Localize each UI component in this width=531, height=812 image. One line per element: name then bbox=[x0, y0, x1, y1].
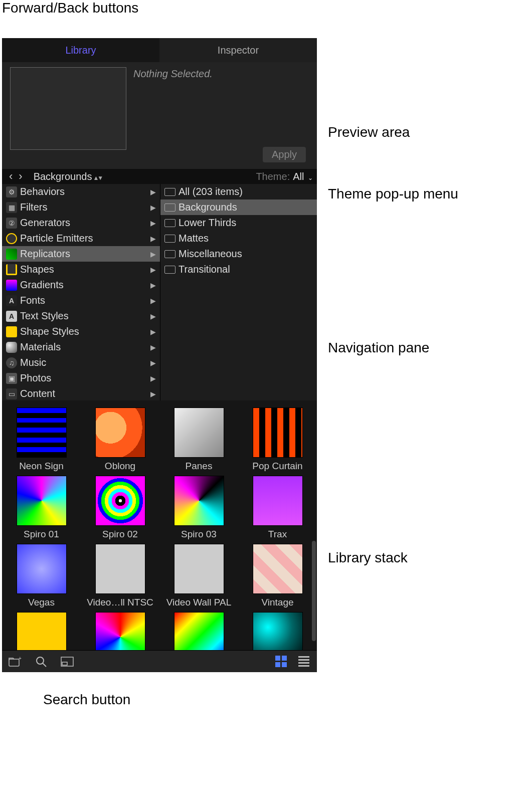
stack-thumbnail bbox=[174, 476, 224, 526]
tab-library[interactable]: Library bbox=[2, 38, 159, 62]
category-icon bbox=[6, 342, 17, 353]
category-item-behaviors[interactable]: Behaviors ▶ bbox=[2, 184, 160, 199]
category-item-fonts[interactable]: Fonts ▶ bbox=[2, 293, 160, 308]
stack-thumbnail bbox=[253, 612, 303, 650]
stack-item[interactable] bbox=[159, 608, 238, 650]
category-label: Shape Styles bbox=[20, 326, 79, 337]
category-icon bbox=[6, 218, 17, 229]
subcategory-label: Mattes bbox=[179, 233, 209, 244]
subcategory-item-all-203-items-[interactable]: All (203 items) bbox=[160, 184, 317, 199]
stack-item[interactable] bbox=[238, 608, 317, 650]
category-item-shape-styles[interactable]: Shape Styles ▶ bbox=[2, 324, 160, 339]
stack-label: Video…ll NTSC bbox=[87, 597, 153, 608]
stack-item-spiro-02[interactable]: Spiro 02 bbox=[81, 472, 159, 540]
subcategory-item-transitional[interactable]: Transitional bbox=[160, 262, 317, 277]
category-icon bbox=[6, 311, 17, 322]
category-item-particle-emitters[interactable]: Particle Emitters ▶ bbox=[2, 231, 160, 246]
category-item-generators[interactable]: Generators ▶ bbox=[2, 215, 160, 231]
chevron-right-icon: ▶ bbox=[150, 266, 156, 274]
annotation-preview-area: Preview area bbox=[328, 124, 410, 140]
stack-item-panes[interactable]: Panes bbox=[159, 403, 238, 472]
stack-item-vintage[interactable]: Vintage bbox=[238, 540, 317, 608]
theme-popup-menu[interactable]: All ⌄ bbox=[293, 171, 313, 182]
stack-thumbnail bbox=[174, 612, 224, 650]
stack-item-pop-curtain[interactable]: Pop Curtain bbox=[238, 403, 317, 472]
category-item-replicators[interactable]: Replicators ▶ bbox=[2, 246, 160, 262]
svg-rect-0 bbox=[9, 659, 19, 666]
scrollbar-thumb[interactable] bbox=[312, 541, 316, 641]
category-icon bbox=[6, 388, 17, 399]
category-item-gradients[interactable]: Gradients ▶ bbox=[2, 277, 160, 293]
preview-status-text: Nothing Selected. bbox=[133, 68, 213, 80]
stack-item-video-ll-ntsc[interactable]: Video…ll NTSC bbox=[81, 540, 159, 608]
subcategory-item-backgrounds[interactable]: Backgrounds bbox=[160, 199, 317, 215]
category-label: Materials bbox=[20, 341, 61, 353]
stack-item-spiro-01[interactable]: Spiro 01 bbox=[2, 472, 81, 540]
category-label: Photos bbox=[20, 372, 51, 384]
stack-label: Spiro 03 bbox=[181, 529, 217, 540]
svg-point-2 bbox=[37, 657, 44, 664]
stack-item-spiro-03[interactable]: Spiro 03 bbox=[159, 472, 238, 540]
subcategory-item-miscellaneous[interactable]: Miscellaneous bbox=[160, 246, 317, 262]
preview-thumbnail bbox=[10, 67, 126, 150]
chevron-right-icon: ▶ bbox=[150, 281, 156, 289]
category-label: Filters bbox=[20, 201, 47, 213]
subcategory-label: Transitional bbox=[179, 264, 230, 275]
chevron-right-icon: ▶ bbox=[150, 343, 156, 351]
stack-item-vegas[interactable]: Vegas bbox=[2, 540, 81, 608]
list-view-button[interactable] bbox=[297, 656, 311, 668]
apply-button[interactable]: Apply bbox=[263, 147, 306, 162]
stack-label: Vintage bbox=[261, 597, 293, 608]
chevron-right-icon: ▶ bbox=[150, 312, 156, 320]
annotation-forward-back: Forward/Back buttons bbox=[2, 0, 138, 16]
stack-label: Spiro 01 bbox=[24, 529, 59, 540]
subcategory-column: All (203 items) Backgrounds Lower Thirds… bbox=[160, 184, 317, 400]
category-icon bbox=[6, 264, 17, 275]
category-item-materials[interactable]: Materials ▶ bbox=[2, 339, 160, 355]
category-icon bbox=[6, 295, 17, 306]
forward-button[interactable]: › bbox=[16, 170, 25, 183]
stack-thumbnail bbox=[95, 544, 145, 594]
subcategory-label: Miscellaneous bbox=[179, 248, 242, 260]
theme-label: Theme: bbox=[256, 171, 290, 182]
chevron-right-icon: ▶ bbox=[150, 297, 156, 305]
category-item-text-styles[interactable]: Text Styles ▶ bbox=[2, 308, 160, 324]
new-folder-button[interactable]: + bbox=[8, 656, 22, 668]
subcategory-item-lower-thirds[interactable]: Lower Thirds bbox=[160, 215, 317, 231]
category-item-music[interactable]: Music ▶ bbox=[2, 355, 160, 370]
panel-tabs: Library Inspector bbox=[2, 38, 317, 62]
subcategory-label: Lower Thirds bbox=[179, 217, 236, 229]
annotation-library-stack: Library stack bbox=[328, 550, 408, 566]
category-icon bbox=[6, 326, 17, 337]
breadcrumb-path[interactable]: Backgrounds▲▼ bbox=[34, 171, 102, 182]
tab-inspector[interactable]: Inspector bbox=[159, 38, 317, 62]
category-icon bbox=[6, 249, 17, 260]
search-button[interactable] bbox=[34, 656, 48, 668]
back-button[interactable]: ‹ bbox=[6, 170, 16, 183]
chevron-down-icon: ⌄ bbox=[308, 174, 313, 181]
category-icon bbox=[6, 202, 17, 213]
category-icon bbox=[6, 357, 17, 368]
category-item-content[interactable]: Content ▶ bbox=[2, 386, 160, 400]
folder-icon bbox=[164, 188, 175, 196]
stack-item-neon-sign[interactable]: Neon Sign bbox=[2, 403, 81, 472]
stack-item-oblong[interactable]: Oblong bbox=[81, 403, 159, 472]
stack-label: Video Wall PAL bbox=[166, 597, 232, 608]
chevron-right-icon: ▶ bbox=[150, 235, 156, 243]
category-item-photos[interactable]: Photos ▶ bbox=[2, 370, 160, 386]
grid-view-button[interactable] bbox=[274, 656, 288, 668]
subcategory-item-mattes[interactable]: Mattes bbox=[160, 231, 317, 246]
subcategory-label: All (203 items) bbox=[179, 186, 243, 197]
stack-label: Pop Curtain bbox=[252, 461, 302, 472]
stack-item-video-wall-pal[interactable]: Video Wall PAL bbox=[159, 540, 238, 608]
stack-item[interactable] bbox=[81, 608, 159, 650]
stack-item[interactable] bbox=[2, 608, 81, 650]
folder-icon bbox=[164, 266, 175, 274]
svg-rect-5 bbox=[62, 662, 67, 665]
layout-button[interactable] bbox=[60, 656, 74, 668]
stack-thumbnail bbox=[95, 476, 145, 526]
category-item-filters[interactable]: Filters ▶ bbox=[2, 199, 160, 215]
category-item-shapes[interactable]: Shapes ▶ bbox=[2, 262, 160, 277]
folder-icon bbox=[164, 204, 175, 212]
stack-item-trax[interactable]: Trax bbox=[238, 472, 317, 540]
